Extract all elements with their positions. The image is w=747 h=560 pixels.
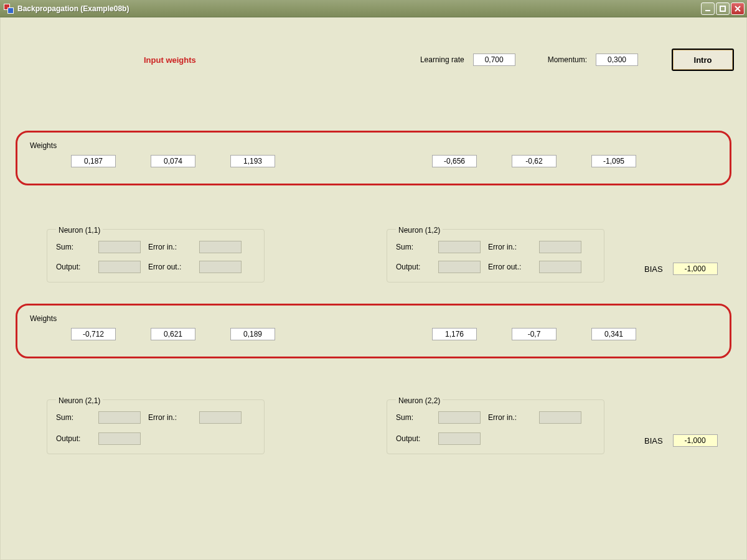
bias-1-value[interactable]: -1,000 (673, 263, 718, 275)
n11-sum-label: Sum: (56, 243, 91, 251)
n22-errin-value (539, 411, 581, 424)
maximize-icon (719, 5, 726, 12)
n11-errin-label: Error in.: (148, 243, 192, 251)
n11-output-value (98, 261, 141, 273)
weights-panel-2: Weights -0,712 0,621 0,189 1,176 -0,7 0,… (16, 304, 731, 358)
n11-errout-value (199, 261, 242, 273)
n21-errin-value (199, 411, 242, 424)
n12-errin-value (539, 241, 581, 253)
n21-sum-label: Sum: (56, 413, 91, 422)
intro-button[interactable]: Intro (672, 49, 734, 71)
neuron-2-1-group: Neuron (2,1) Sum: Error in.: Output: (47, 399, 265, 454)
n12-errin-label: Error in.: (488, 243, 532, 251)
minimize-button[interactable] (701, 2, 715, 15)
weight1-3[interactable]: -0,656 (432, 155, 477, 167)
neuron-1-2-group: Neuron (1,2) Sum: Error in.: Output: Err… (387, 229, 604, 282)
close-button[interactable] (731, 2, 745, 15)
header-row: Input weights Learning rate 0,700 Moment… (13, 49, 734, 71)
n22-output-label: Output: (396, 434, 431, 443)
bias-1-block: BIAS -1,000 (644, 263, 718, 275)
neuron-1-2-legend: Neuron (1,2) (396, 226, 443, 235)
n22-sum-value (438, 411, 481, 424)
learning-rate-label: Learning rate (420, 55, 464, 64)
weights2-title: Weights (30, 314, 717, 323)
weights-panel-1: Weights 0,187 0,074 1,193 -0,656 -0,62 -… (16, 131, 731, 185)
weight2-3[interactable]: 1,176 (432, 328, 477, 340)
weight1-2[interactable]: 1,193 (230, 155, 275, 167)
close-icon (734, 5, 741, 12)
n12-sum-label: Sum: (396, 243, 431, 251)
n21-errin-label: Error in.: (148, 413, 192, 422)
weights2-row: -0,712 0,621 0,189 1,176 -0,7 0,341 (30, 328, 717, 340)
n22-sum-label: Sum: (396, 413, 431, 422)
minimize-icon (704, 5, 712, 12)
weight2-2[interactable]: 0,189 (230, 328, 275, 340)
bias-2-value[interactable]: -1,000 (673, 434, 718, 447)
svg-rect-0 (705, 10, 710, 11)
neuron-2-2-group: Neuron (2,2) Sum: Error in.: Output: (387, 399, 604, 454)
weight1-1[interactable]: 0,074 (151, 155, 195, 167)
weights2-spacer (310, 328, 397, 340)
n12-output-value (438, 261, 481, 273)
weight1-4[interactable]: -0,62 (512, 155, 557, 167)
neuron-2-1-legend: Neuron (2,1) (56, 396, 103, 405)
client-area: Input weights Learning rate 0,700 Moment… (0, 17, 747, 560)
input-weights-label: Input weights (144, 55, 196, 65)
n11-errout-label: Error out.: (148, 263, 192, 271)
neuron-1-1-legend: Neuron (1,1) (56, 226, 103, 235)
momentum-value[interactable]: 0,300 (596, 54, 638, 66)
bias-2-block: BIAS -1,000 (644, 434, 718, 447)
weight1-0[interactable]: 0,187 (71, 155, 116, 167)
n22-output-value (438, 432, 481, 445)
params-block: Learning rate 0,700 Momentum: 0,300 Intr… (420, 49, 734, 71)
titlebar: Backpropagation (Example08b) (0, 0, 747, 17)
maximize-button[interactable] (716, 2, 730, 15)
weights1-row: 0,187 0,074 1,193 -0,656 -0,62 -1,095 (30, 155, 717, 167)
weight2-1[interactable]: 0,621 (151, 328, 195, 340)
learning-rate-value[interactable]: 0,700 (473, 54, 515, 66)
weights1-spacer (310, 155, 397, 167)
n11-errin-value (199, 241, 242, 253)
n12-errout-value (539, 261, 581, 273)
n21-output-label: Output: (56, 434, 91, 443)
n21-sum-value (98, 411, 141, 424)
weight2-4[interactable]: -0,7 (512, 328, 557, 340)
bias-1-label: BIAS (644, 264, 663, 274)
neuron-2-2-legend: Neuron (2,2) (396, 396, 443, 405)
neuron-1-1-group: Neuron (1,1) Sum: Error in.: Output: Err… (47, 229, 265, 282)
momentum-label: Momentum: (548, 55, 587, 64)
weight1-5[interactable]: -1,095 (591, 155, 636, 167)
svg-rect-1 (720, 6, 725, 11)
n11-sum-value (98, 241, 141, 253)
n22-errin-label: Error in.: (488, 413, 532, 422)
weight2-0[interactable]: -0,712 (71, 328, 116, 340)
window-title: Backpropagation (Example08b) (17, 4, 700, 13)
n12-errout-label: Error out.: (488, 263, 532, 271)
bias-2-label: BIAS (644, 436, 663, 446)
n12-output-label: Output: (396, 263, 431, 271)
n12-sum-value (438, 241, 481, 253)
n21-output-value (98, 432, 141, 445)
weight2-5[interactable]: 0,341 (591, 328, 636, 340)
n11-output-label: Output: (56, 263, 91, 271)
app-icon (4, 4, 14, 14)
weights1-title: Weights (30, 141, 717, 150)
